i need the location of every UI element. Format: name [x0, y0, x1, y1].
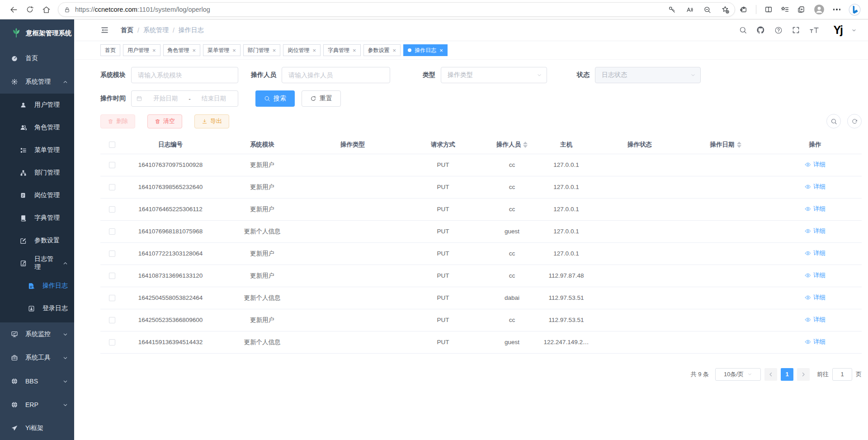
breadcrumb-system-management[interactable]: 系统管理 [143, 26, 169, 34]
sidebar-item-menu-management[interactable]: 菜单管理 [0, 139, 74, 161]
sidebar-item-post-management[interactable]: 岗位管理 [0, 184, 74, 207]
github-icon[interactable] [756, 26, 765, 34]
header-user-logo[interactable]: Yj [833, 24, 842, 36]
select-all-checkbox[interactable] [109, 142, 115, 148]
goto-page-input[interactable] [832, 368, 852, 381]
sidebar-item-role-management[interactable]: 角色管理 [0, 116, 74, 139]
password-key-icon[interactable] [668, 6, 676, 14]
detail-link[interactable]: 详细 [805, 338, 826, 346]
profile-avatar[interactable] [813, 4, 825, 15]
sidebar-item-yi-framework[interactable]: Yi框架 [0, 416, 74, 440]
export-button[interactable]: 导出 [194, 114, 229, 128]
collections-icon[interactable] [797, 5, 805, 14]
sidebar-item-system-tools[interactable]: 系统工具 [0, 346, 74, 369]
close-icon[interactable]: × [312, 47, 316, 54]
sidebar-item-login-log[interactable]: 登录日志 [0, 297, 74, 320]
sidebar-item-home[interactable]: 首页 [0, 47, 74, 70]
zoom-out-icon[interactable] [703, 6, 711, 14]
header-search-icon[interactable] [739, 26, 747, 34]
bing-chat-icon[interactable] [849, 4, 861, 16]
sidebar-item-dict-management[interactable]: 字典管理 [0, 207, 74, 229]
col-operator[interactable]: 操作人员 [488, 136, 536, 154]
chevron-down-icon[interactable] [852, 28, 856, 33]
tab-menu-management[interactable]: 菜单管理× [203, 44, 241, 56]
type-select[interactable]: 操作类型 [441, 67, 547, 83]
row-checkbox[interactable] [109, 184, 115, 190]
row-checkbox[interactable] [109, 162, 115, 168]
detail-link[interactable]: 详细 [805, 316, 826, 324]
close-icon[interactable]: × [439, 47, 443, 54]
start-date-placeholder[interactable]: 开始日期 [146, 95, 185, 103]
sidebar-item-system-monitor[interactable]: 系统监控 [0, 322, 74, 346]
detail-link[interactable]: 详细 [805, 183, 826, 191]
row-checkbox[interactable] [109, 295, 115, 301]
read-aloud-icon[interactable] [686, 6, 693, 14]
url-text[interactable]: https://ccnetcore.com:1101/system/log/op… [75, 6, 663, 13]
table-refresh-button[interactable] [847, 114, 862, 128]
back-button[interactable] [5, 2, 22, 17]
sidebar-item-dept-management[interactable]: 部门管理 [0, 161, 74, 184]
font-size-icon[interactable] [809, 26, 819, 34]
detail-link[interactable]: 详细 [805, 205, 826, 213]
row-checkbox[interactable] [109, 228, 115, 235]
fullscreen-icon[interactable] [792, 26, 800, 34]
col-operation-date[interactable]: 操作日期 [683, 136, 769, 154]
row-checkbox[interactable] [109, 317, 115, 323]
sidebar-toggle-icon[interactable] [100, 26, 109, 34]
operator-input[interactable] [282, 67, 390, 83]
sidebar-item-operation-log[interactable]: 操作日志 [0, 274, 74, 297]
close-icon[interactable]: × [393, 47, 396, 54]
detail-link[interactable]: 详细 [805, 293, 826, 302]
address-bar[interactable]: https://ccnetcore.com:1101/system/log/op… [58, 2, 735, 17]
tab-role-management[interactable]: 角色管理× [163, 44, 201, 56]
close-icon[interactable]: × [232, 47, 236, 54]
detail-link[interactable]: 详细 [805, 271, 826, 279]
favorites-bar-icon[interactable] [781, 5, 789, 14]
page-size-select[interactable]: 10条/页 [715, 368, 761, 381]
row-checkbox[interactable] [109, 273, 115, 279]
tab-post-management[interactable]: 岗位管理× [283, 44, 321, 56]
prev-page-button[interactable] [764, 368, 777, 381]
sort-icon[interactable] [523, 142, 528, 148]
close-icon[interactable]: × [152, 47, 156, 54]
detail-link[interactable]: 详细 [805, 227, 826, 235]
sidebar-item-bbs[interactable]: BBS [0, 369, 74, 393]
app-logo[interactable]: 意框架管理系统 [0, 19, 74, 47]
sort-icon[interactable] [737, 142, 741, 148]
row-checkbox[interactable] [109, 339, 115, 345]
sidebar-item-log-management[interactable]: 日志管理 [0, 252, 74, 274]
help-icon[interactable] [774, 26, 783, 34]
detail-link[interactable]: 详细 [805, 249, 826, 257]
table-search-toggle-button[interactable] [826, 114, 841, 128]
split-screen-icon[interactable] [764, 5, 773, 14]
add-favorite-icon[interactable] [721, 5, 729, 14]
more-menu-icon[interactable] [833, 9, 841, 10]
tab-operation-log[interactable]: 操作日志× [403, 44, 448, 56]
reset-button[interactable]: 重置 [302, 90, 341, 107]
tab-dict-management[interactable]: 字典管理× [323, 44, 361, 56]
site-security-icon[interactable] [64, 6, 71, 13]
detail-link[interactable]: 详细 [805, 161, 826, 169]
row-checkbox[interactable] [109, 206, 115, 213]
clear-button[interactable]: 清空 [147, 114, 182, 128]
sidebar-item-param-settings[interactable]: 参数设置 [0, 229, 74, 252]
tab-dept-management[interactable]: 部门管理× [243, 44, 281, 56]
close-icon[interactable]: × [193, 47, 196, 54]
tab-param-settings[interactable]: 参数设置× [363, 44, 401, 56]
date-range-picker[interactable]: 开始日期 - 结束日期 [131, 90, 238, 107]
close-icon[interactable]: × [353, 47, 356, 54]
close-icon[interactable]: × [273, 47, 276, 54]
module-input[interactable] [131, 67, 238, 83]
home-button[interactable] [38, 2, 54, 17]
search-button[interactable]: 搜索 [255, 90, 295, 107]
end-date-placeholder[interactable]: 结束日期 [194, 95, 233, 103]
current-page-button[interactable]: 1 [781, 368, 793, 381]
status-select[interactable]: 日志状态 [595, 67, 701, 83]
breadcrumb-home[interactable]: 首页 [121, 26, 133, 34]
sidebar-item-user-management[interactable]: 用户管理 [0, 94, 74, 116]
next-page-button[interactable] [797, 368, 810, 381]
extensions-icon[interactable] [740, 5, 748, 14]
sidebar-item-system-management[interactable]: 系统管理 [0, 70, 74, 94]
refresh-button[interactable] [22, 2, 38, 17]
row-checkbox[interactable] [109, 251, 115, 257]
